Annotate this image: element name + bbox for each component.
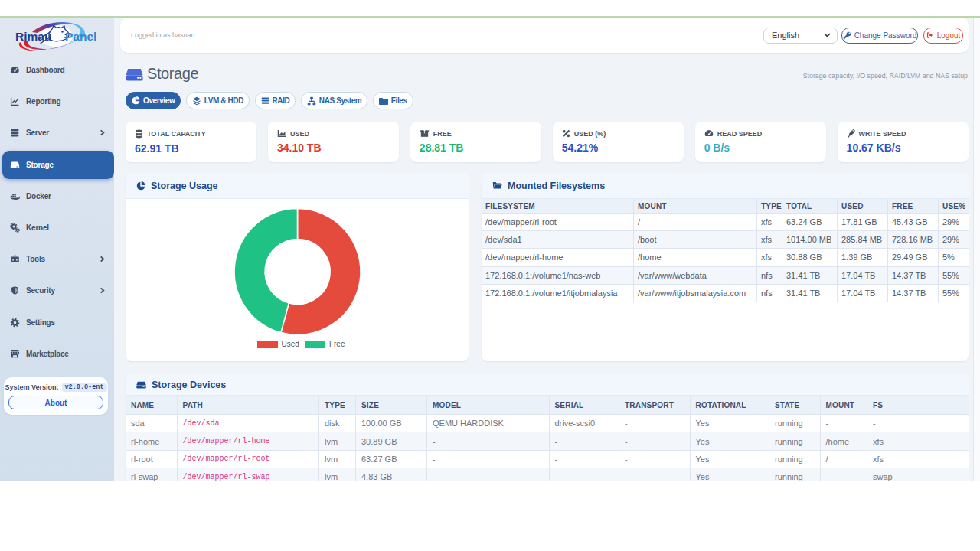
svg-text:Panel: Panel <box>65 30 96 43</box>
svg-text:Rimau: Rimau <box>15 30 51 43</box>
